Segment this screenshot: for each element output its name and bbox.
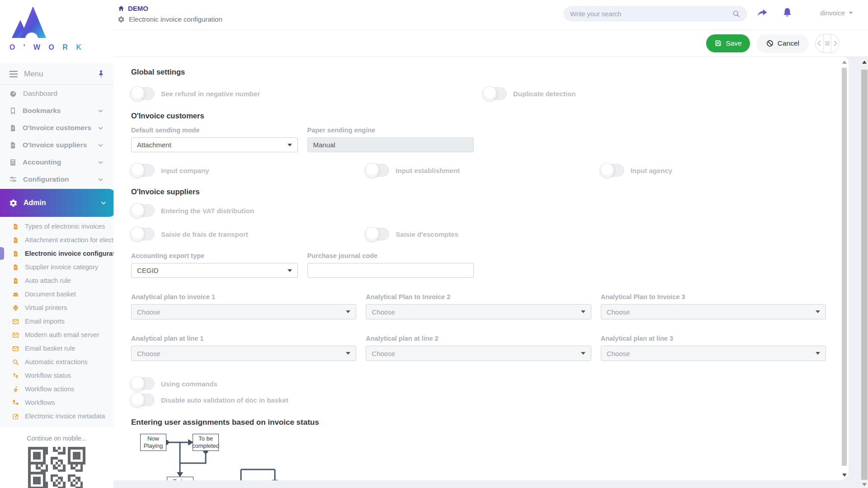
scrollbar-thumb[interactable] [861,70,868,480]
submenu-item-workflow-status[interactable]: Workflow status [0,369,113,382]
chevron-down-icon [581,310,585,313]
field-analytical-plan-line-2: Analytical plan at line 2 Choose [366,335,591,361]
purchase-journal-code-input[interactable] [307,263,474,278]
sidebar-item-admin[interactable]: Admin [0,189,117,217]
submenu-item-label: Electronic invoice metadata [25,413,105,420]
field-label: Purchase journal code [307,252,474,259]
see-refund-toggle[interactable] [131,87,155,100]
pager-next-button[interactable] [831,34,839,52]
submenu-item-electronic-invoice-metadata[interactable]: Electronic invoice metadata [0,409,113,423]
submenu-item-modern-auth-email-server[interactable]: Modern auth email server [0,328,113,342]
share-icon[interactable] [756,7,769,19]
workflow-node-now-playing[interactable]: Now Playing [140,434,166,451]
submenu-item-email-imports[interactable]: Email imports [0,314,113,328]
user-menu[interactable]: dinvoice [820,9,853,17]
sidebar-item-dashboard[interactable]: Dashboard [0,85,113,102]
search-icon[interactable] [732,9,741,18]
breadcrumb-home[interactable]: DEMO [118,5,222,12]
analytical-plan-invoice-2-select[interactable]: Choose [366,304,591,319]
disable-auto-validation-toggle[interactable] [131,394,155,406]
field-label: Accounting export type [131,252,298,259]
section-title-workflow: Entering user assignments based on invoi… [131,418,826,427]
runner-icon [12,386,20,393]
submenu-item-attachment-extraction[interactable]: Attachment extraction for electroni [0,233,113,247]
analytical-plan-invoice-3-select[interactable]: Choose [601,304,826,319]
chevron-down-icon [346,310,350,313]
top-header: DEMO Electronic invoice configuration di… [113,0,868,57]
analytical-plan-line-1-select[interactable]: Choose [131,346,356,361]
scroll-up-arrow[interactable] [842,61,847,64]
sidebar-item-configuration[interactable]: Configuration [0,171,113,188]
frais-transport-toggle[interactable] [131,228,155,240]
field-purchase-journal-code: Purchase journal code [307,252,474,278]
scroll-down-arrow[interactable] [842,474,847,477]
workflow-node-to-be-validated[interactable]: To be validated [167,477,193,480]
input-agency-toggle[interactable] [601,164,624,177]
field-analytical-plan-invoice-1: Analytical plan to invoice 1 Choose [131,293,356,319]
pager-prev-button[interactable] [816,34,823,52]
using-commands-toggle[interactable] [131,377,155,390]
submenu-item-supplier-invoice-category[interactable]: Supplier invoice category [0,260,113,274]
sidebar-item-bookmarks[interactable]: Bookmarks [0,102,113,119]
submenu-item-virtual-printers[interactable]: Virtual printers [0,301,113,314]
submenu-item-auto-attach-rule[interactable]: Auto attach rule [0,274,113,287]
submenu-item-label: Modern auth email server [25,331,99,338]
sidebar-item-accounting[interactable]: Accounting [0,154,113,171]
page-scrollbar [861,57,868,488]
pager-list-button[interactable] [823,34,831,52]
toggle-knob [365,163,379,178]
sidebar-item-label: Dashboard [23,89,57,98]
submenu-item-types-of-electronic-invoices[interactable]: Types of electronic invoices [0,220,113,233]
chevron-left-icon [817,41,821,46]
menu-label: Menu [24,70,43,79]
chevron-down-icon [98,177,104,183]
default-sending-mode-select[interactable]: Attachment [131,137,298,152]
field-analytical-plan-line-3: Analytical plan at line 3 Choose [601,335,826,361]
save-button[interactable]: Save [706,34,750,52]
scroll-down-arrow[interactable] [862,483,867,486]
workflow-node-to-be-completed[interactable]: To be completed [193,434,219,451]
toggle-row-using-commands: Using commands [131,377,826,390]
inbox-icon [12,291,20,298]
toggle-row-frais-transport: Saisie de frais de transport [131,228,356,240]
pin-icon[interactable] [98,70,104,78]
sidebar: Menu Dashboard Bookmarks O'Invoice custo… [0,63,113,488]
duplicate-detection-toggle[interactable] [483,87,507,100]
sidebar-item-label: Admin [24,199,46,207]
submenu-item-workflow-actions[interactable]: Workflow actions [0,382,113,396]
cancel-button[interactable]: Cancel [757,34,808,52]
submenu-item-label: Electronic invoice configuration [25,250,113,257]
scrollbar-thumb[interactable] [842,68,847,466]
footprints-icon [12,372,20,379]
envelope-icon [12,318,20,325]
submenu-item-label: Automatic extractions [25,358,88,366]
analytical-plan-invoice-1-select[interactable]: Choose [131,304,356,319]
submenu-item-workflows[interactable]: Workflows [0,396,113,409]
chevron-down-icon [816,310,820,313]
paper-sending-engine-input[interactable] [307,137,474,152]
scroll-up-arrow[interactable] [862,61,867,64]
submenu-item-document-basket[interactable]: Document basket [0,287,113,301]
toggle-label: Using commands [161,380,217,388]
analytical-plan-line-3-select[interactable]: Choose [601,346,826,361]
vat-distribution-toggle[interactable] [131,204,155,217]
hamburger-icon[interactable] [9,70,18,78]
toggle-knob [130,163,145,178]
search-input[interactable] [570,10,732,18]
sidebar-item-oinvoice-suppliers[interactable]: O'Invoice suppliers [0,136,113,154]
analytical-plan-line-2-select[interactable]: Choose [366,346,591,361]
field-label: Analytical plan at line 2 [366,335,591,342]
page-title-row: Electronic invoice configuration [118,15,222,23]
chevron-right-icon [833,41,838,46]
escomptes-toggle[interactable] [366,228,389,240]
section-title-suppliers: O'Invoice suppliers [131,188,826,196]
bell-icon[interactable] [781,7,793,19]
sidebar-item-oinvoice-customers[interactable]: O'Invoice customers [0,119,113,136]
input-establishment-toggle[interactable] [366,164,389,177]
submenu-item-electronic-invoice-configuration[interactable]: Electronic invoice configuration [0,247,113,260]
submenu-item-email-basket-rule[interactable]: Email basket rule [0,342,113,355]
toggle-row-input-company: Input company [131,164,356,177]
submenu-item-automatic-extractions[interactable]: Automatic extractions [0,355,113,369]
input-company-toggle[interactable] [131,164,155,177]
accounting-export-type-select[interactable]: CEGID [131,263,298,278]
